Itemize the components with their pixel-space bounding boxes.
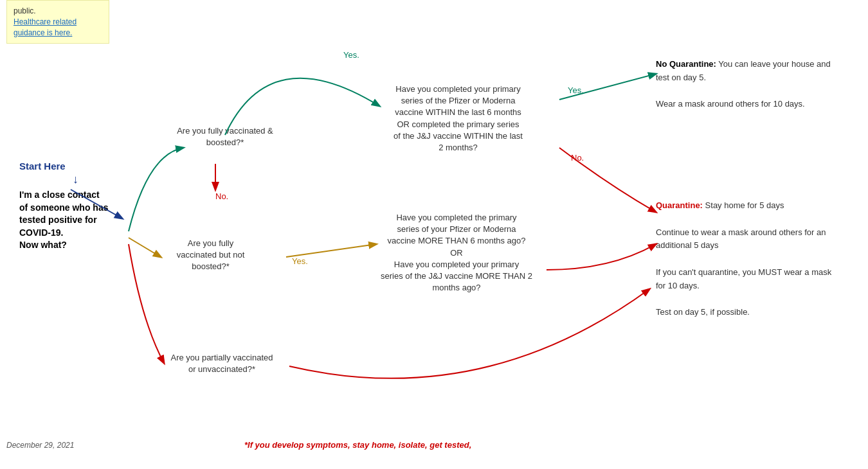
footer-date: December 29, 2021: [6, 441, 74, 450]
start-line5: Now what?: [19, 240, 67, 250]
label-no-q1: No.: [215, 191, 228, 201]
label-yes-q1: Yes.: [343, 50, 359, 60]
quarantine-detail2: If you can't quarantine, you MUST wear a…: [656, 267, 831, 290]
question-more-than-months-text: Have you completed the primaryseries of …: [381, 213, 532, 292]
sticky-note: public. Healthcare related guidance is h…: [6, 0, 109, 44]
start-line3: tested positive for: [19, 215, 97, 225]
start-line1: I'm a close contact: [19, 190, 100, 200]
question-boosted: Are you fully vaccinated &boosted?*: [164, 125, 286, 148]
result-quarantine: Quarantine: Stay home for 5 days Continu…: [656, 199, 836, 319]
question-more-than-months: Have you completed the primaryseries of …: [370, 212, 543, 294]
question-unvaccinated-text: Are you partially vaccinatedor unvaccina…: [171, 353, 273, 374]
start-text: I'm a close contact of someone who has t…: [19, 189, 132, 252]
question-vaccinated-not-boosted-text: Are you fullyvaccinated but notboosted?*: [177, 238, 245, 271]
label-yes-q4: Yes.: [568, 85, 584, 95]
quarantine-detail3: Test on day 5, if possible.: [656, 307, 750, 317]
sticky-pre-text: public.: [14, 6, 36, 15]
start-arrow: ↓: [19, 173, 132, 186]
footer-warning: *If you develop symptoms, stay home, iso…: [244, 440, 471, 450]
label-no-q4: No.: [571, 153, 584, 163]
start-line2: of someone who has: [19, 202, 108, 213]
quarantine-body: Stay home for 5 days: [705, 200, 784, 210]
start-box: Start Here ↓ I'm a close contact of some…: [19, 161, 132, 252]
question-within-months-text: Have you completed your primaryseries of…: [393, 84, 523, 152]
quarantine-detail1: Continue to wear a mask around others fo…: [656, 227, 826, 251]
label-yes-q2: Yes.: [292, 256, 308, 266]
question-within-months: Have you completed your primaryseries of…: [373, 84, 543, 154]
quarantine-title: Quarantine:: [656, 200, 703, 210]
no-quarantine-title: No Quarantine:: [656, 59, 716, 69]
question-boosted-text: Are you fully vaccinated &boosted?*: [177, 126, 273, 147]
start-line4: COVID-19.: [19, 227, 63, 238]
question-unvaccinated: Are you partially vaccinatedor unvaccina…: [158, 352, 286, 375]
question-vaccinated-not-boosted: Are you fullyvaccinated but notboosted?*: [154, 238, 267, 273]
result-no-quarantine: No Quarantine: You can leave your house …: [656, 58, 836, 111]
start-label: Start Here: [19, 161, 132, 172]
healthcare-link[interactable]: Healthcare related guidance is here.: [14, 17, 77, 37]
no-quarantine-detail: Wear a mask around others for 10 days.: [656, 99, 805, 109]
